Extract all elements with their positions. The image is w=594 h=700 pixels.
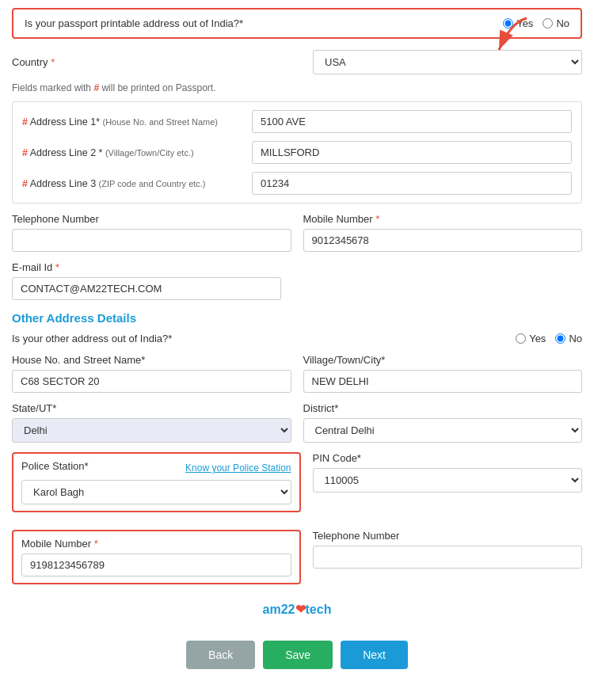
village-col: Village/Town/City* [303,354,583,393]
country-label: Country * [12,56,55,68]
district-select[interactable]: Central Delhi North Delhi South Delhi Ea… [303,418,583,443]
village-input[interactable] [303,370,583,393]
telephone-mobile-row: Telephone Number Mobile Number * [12,213,582,252]
email-input[interactable] [12,277,281,300]
police-select[interactable]: Karol Bagh Connaught Place Sadar Bazar P… [21,480,291,504]
next-button[interactable]: Next [341,641,408,669]
passport-question-label: Is your passport printable address out o… [25,17,243,29]
passport-yes-input[interactable] [503,18,513,29]
address-line2-row: # Address Line 2 * (Village/Town/City et… [22,141,572,164]
telephone-col: Telephone Number [12,213,291,252]
other-mobile-input[interactable] [21,554,291,576]
other-addr-yes-input[interactable] [516,333,526,344]
brand-watermark-bottom: am22❤tech [12,602,582,617]
hash-symbol: # [93,82,99,93]
address-line3-input[interactable] [252,172,572,195]
telephone-label: Telephone Number [12,213,291,225]
other-telephone-label: Telephone Number [313,530,583,542]
village-label: Village/Town/City* [303,354,583,366]
mobile-telephone-row: Mobile Number * Telephone Number [12,530,582,592]
other-addr-question-label: Is your other address out of India?* [12,333,172,344]
passport-no-radio[interactable]: No [543,17,569,29]
pin-col: PIN Code* 110005 110001 110002 110003 [313,452,583,520]
state-label: State/UT* [12,402,291,414]
other-mobile-label: Mobile Number * [21,538,291,550]
police-pin-row: Police Station* Know your Police Station… [12,452,582,520]
house-village-row: House No. and Street Name* Village/Town/… [12,354,582,393]
state-select[interactable]: Delhi Maharashtra Karnataka Tamil Nadu U… [12,418,291,443]
country-select[interactable]: USA India UK Canada Australia [313,50,582,74]
save-button[interactable]: Save [263,641,333,669]
address-line2-input[interactable] [252,141,572,164]
address-line1-label: # Address Line 1* (House No. and Street … [22,116,244,127]
email-row: E-mail Id * [12,261,582,300]
other-telephone-input[interactable] [313,546,583,569]
passport-question-box: Is your passport printable address out o… [12,8,582,39]
passport-yes-radio[interactable]: Yes [503,17,533,29]
country-row: Country * USA India UK Canada Australia [12,50,582,74]
fields-note: Fields marked with # will be printed on … [12,82,582,93]
other-address-title: Other Address Details [12,311,582,325]
police-label: Police Station* [21,460,89,472]
address-line2-label: # Address Line 2 * (Village/Town/City et… [22,147,244,158]
state-district-row: State/UT* Delhi Maharashtra Karnataka Ta… [12,402,582,443]
house-label: House No. and Street Name* [12,354,291,366]
other-addr-yes-radio[interactable]: Yes [516,333,546,344]
passport-radio-group: Yes No [503,17,569,29]
back-button[interactable]: Back [186,641,255,669]
mobile-input[interactable] [303,229,583,252]
address-line3-label: # Address Line 3 (ZIP code and Country e… [22,178,244,189]
state-col: State/UT* Delhi Maharashtra Karnataka Ta… [12,402,291,443]
police-header: Police Station* Know your Police Station [21,460,291,476]
district-label: District* [303,402,583,414]
know-police-link[interactable]: Know your Police Station [185,462,291,474]
address-section: # Address Line 1* (House No. and Street … [12,101,582,204]
house-input[interactable] [12,370,291,393]
address-line1-row: # Address Line 1* (House No. and Street … [22,110,572,133]
telephone-input[interactable] [12,229,291,252]
mobile-col: Mobile Number * [303,213,583,252]
address-line3-row: # Address Line 3 (ZIP code and Country e… [22,172,572,195]
other-mobile-col: Mobile Number * [12,530,301,584]
pin-select[interactable]: 110005 110001 110002 110003 [313,468,583,493]
other-addr-no-input[interactable] [555,333,565,344]
pin-label: PIN Code* [313,452,583,464]
other-addr-radio-group: Yes No [516,333,582,344]
bottom-buttons: Back Save Next [12,633,582,677]
police-col: Police Station* Know your Police Station… [12,452,301,512]
mobile-label: Mobile Number * [303,213,583,225]
district-col: District* Central Delhi North Delhi Sout… [303,402,583,443]
other-addr-question-row: Is your other address out of India?* Yes… [12,333,582,344]
address-line1-input[interactable] [252,110,572,133]
country-required: * [51,56,55,68]
email-label: E-mail Id * [12,261,582,273]
other-addr-no-radio[interactable]: No [555,333,582,344]
country-select-wrap: USA India UK Canada Australia [313,50,582,74]
other-telephone-col: Telephone Number [313,530,583,592]
house-col: House No. and Street Name* [12,354,291,393]
passport-no-input[interactable] [543,18,553,29]
